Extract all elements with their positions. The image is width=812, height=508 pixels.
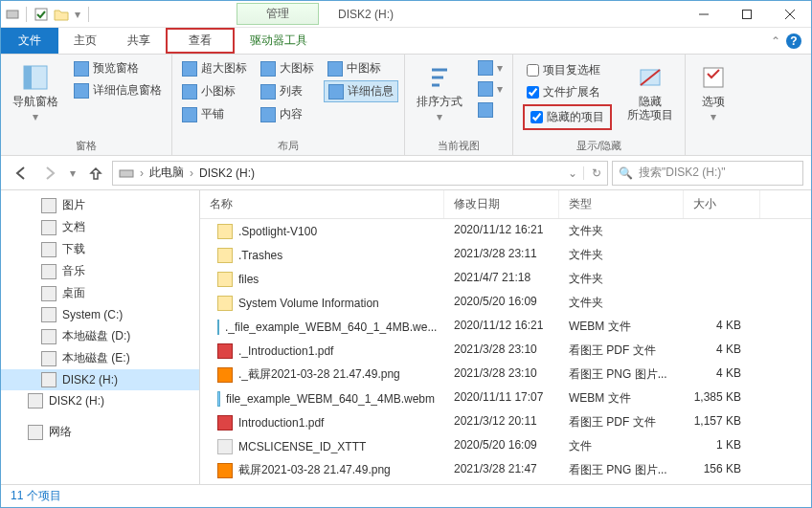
layout-medium-icons[interactable]: 中图标: [324, 58, 398, 78]
file-row[interactable]: Introduction1.pdf2021/3/12 20:11看图王 PDF …: [200, 410, 811, 434]
layout-extra-large-icons[interactable]: 超大图标: [178, 58, 251, 78]
layout-details[interactable]: 详细信息: [324, 80, 398, 102]
file-name: ._Introduction1.pdf: [238, 344, 333, 358]
qat-dropdown-icon[interactable]: ▾: [73, 6, 82, 23]
item-checkboxes-toggle[interactable]: 项目复选框: [523, 60, 612, 80]
checkbox-icon[interactable]: [527, 86, 539, 99]
layout-content[interactable]: 内容: [257, 104, 318, 124]
tab-home[interactable]: 主页: [58, 28, 112, 54]
dropdown-icon: ▾: [437, 110, 442, 123]
file-row[interactable]: ._file_example_WEBM_640_1_4MB.we...2020/…: [200, 315, 811, 339]
app-icon: [5, 7, 20, 22]
back-button[interactable]: [9, 161, 34, 186]
col-modified[interactable]: 修改日期: [444, 190, 559, 218]
file-row[interactable]: System Volume Information2020/5/20 16:09…: [200, 291, 811, 315]
layout-small-icons[interactable]: 小图标: [178, 80, 251, 102]
desk-icon: [41, 286, 56, 301]
dropdown-icon[interactable]: ⌄: [568, 166, 577, 180]
quick-access-toolbar: ▾: [1, 6, 93, 23]
tree-item[interactable]: 桌面: [1, 282, 199, 304]
file-extensions-toggle[interactable]: 文件扩展名: [523, 82, 612, 102]
tree-item-label: 网络: [49, 424, 72, 440]
window-title: DISK2 (H:): [338, 8, 394, 21]
chevron-right-icon[interactable]: ›: [190, 166, 193, 180]
details-pane-label: 详细信息窗格: [93, 82, 162, 99]
file-name: Introduction1.pdf: [238, 416, 324, 430]
file-row[interactable]: ._截屏2021-03-28 21.47.49.png2021/3/28 23:…: [200, 363, 811, 387]
tree-item[interactable]: DISK2 (H:): [1, 369, 199, 390]
file-row[interactable]: .Trashes2021/3/28 23:11文件夹: [200, 243, 811, 267]
tab-view[interactable]: 查看: [166, 28, 235, 54]
sort-by-button[interactable]: 排序方式 ▾: [411, 58, 468, 127]
tab-share[interactable]: 共享: [112, 28, 166, 54]
checkbox-icon[interactable]: [530, 111, 543, 123]
details-pane-button[interactable]: 详细信息窗格: [70, 80, 166, 100]
file-size: [684, 245, 760, 265]
file-list[interactable]: 名称 修改日期 类型 大小 .Spotlight-V1002020/11/12 …: [200, 190, 811, 484]
tab-file[interactable]: 文件: [1, 28, 58, 54]
qat-folder-icon[interactable]: [52, 6, 71, 23]
file-row[interactable]: file_example_WEBM_640_1_4MB.webm2020/11/…: [200, 387, 811, 410]
file-size: 156 KB: [684, 460, 760, 480]
tree-item[interactable]: 音乐: [1, 260, 199, 282]
col-name[interactable]: 名称: [200, 190, 444, 218]
columns-icon: [478, 60, 493, 76]
hide-selected-button[interactable]: 隐藏 所选项目: [621, 58, 679, 125]
tree-item-label: DISK2 (H:): [62, 373, 118, 387]
file-row[interactable]: files2021/4/7 21:18文件夹: [200, 267, 811, 291]
maximize-button[interactable]: [725, 2, 768, 27]
file-row[interactable]: .Spotlight-V1002020/11/12 16:21文件夹: [200, 219, 811, 243]
qat-checkbox-icon[interactable]: [33, 6, 50, 23]
layout-large-icons[interactable]: 大图标: [257, 58, 318, 78]
search-input[interactable]: 🔍 搜索"DISK2 (H:)": [612, 161, 803, 186]
file-type: 文件夹: [559, 269, 684, 289]
crumb-this-pc[interactable]: 此电脑: [149, 165, 184, 181]
col-size[interactable]: 大小: [684, 190, 760, 218]
file-row[interactable]: MCSLICENSE_ID_XTTT2020/5/20 16:09文件1 KB: [200, 434, 811, 458]
tree-item[interactable]: 本地磁盘 (D:): [1, 325, 199, 347]
options-button[interactable]: 选项 ▾: [691, 58, 735, 127]
tree-item[interactable]: 本地磁盘 (E:): [1, 347, 199, 369]
tree-item[interactable]: 文档: [1, 216, 199, 238]
file-modified: 2020/11/11 17:07: [444, 388, 559, 409]
refresh-icon[interactable]: ↻: [583, 166, 601, 180]
forward-button[interactable]: [37, 161, 62, 186]
breadcrumb[interactable]: › 此电脑 › DISK2 (H:) ⌄ ↻: [112, 161, 608, 186]
tree-item[interactable]: 图片: [1, 194, 199, 216]
hidden-items-toggle[interactable]: 隐藏的项目: [527, 107, 608, 127]
recent-dropdown[interactable]: ▾: [66, 161, 79, 186]
file-name: MCSLICENSE_ID_XTTT: [238, 440, 366, 453]
close-button[interactable]: [768, 2, 811, 27]
collapse-ribbon-icon[interactable]: ⌃: [771, 34, 780, 48]
navigation-tree[interactable]: 图片文档下载音乐桌面System (C:)本地磁盘 (D:)本地磁盘 (E:)D…: [1, 190, 200, 484]
tree-item[interactable]: DISK2 (H:): [1, 390, 199, 411]
navigation-pane-button[interactable]: 导航窗格 ▾: [7, 58, 64, 127]
file-row[interactable]: ._Introduction1.pdf2021/3/28 23:10看图王 PD…: [200, 339, 811, 363]
crumb-drive[interactable]: DISK2 (H:): [199, 166, 255, 180]
tree-item-label: 本地磁盘 (E:): [62, 350, 130, 366]
separator: [88, 7, 89, 22]
col-type[interactable]: 类型: [559, 190, 684, 218]
file-modified: 2020/11/12 16:21: [444, 317, 559, 337]
preview-pane-button[interactable]: 预览窗格: [70, 58, 166, 78]
help-icon[interactable]: ?: [786, 33, 801, 49]
layout-icon: [260, 107, 276, 122]
layout-list[interactable]: 列表: [257, 80, 318, 102]
item-count: 11 个项目: [11, 488, 61, 504]
group-by-button[interactable]: ▾: [474, 58, 507, 77]
add-columns-button[interactable]: ▾: [474, 79, 507, 99]
up-button[interactable]: [83, 161, 108, 186]
tab-drive-tools[interactable]: 驱动器工具: [235, 28, 323, 54]
file-type: 看图王 PDF 文件: [559, 341, 684, 361]
layout-tiles[interactable]: 平铺: [178, 104, 251, 124]
tree-item[interactable]: 网络: [1, 421, 199, 443]
minimize-button[interactable]: [682, 2, 725, 27]
file-row[interactable]: 截屏2021-03-28 21.47.49.png2021/3/28 21:47…: [200, 458, 811, 482]
chevron-right-icon[interactable]: ›: [140, 166, 144, 180]
tree-item[interactable]: System (C:): [1, 304, 199, 325]
size-columns-button[interactable]: [474, 100, 507, 120]
ribbon-body: 导航窗格 ▾ 预览窗格 详细信息窗格 窗格 超大图标 大图标 中图标 小图标 列…: [1, 55, 811, 156]
dropdown-icon: ▾: [710, 110, 716, 123]
checkbox-icon[interactable]: [527, 64, 539, 77]
tree-item[interactable]: 下载: [1, 238, 199, 260]
